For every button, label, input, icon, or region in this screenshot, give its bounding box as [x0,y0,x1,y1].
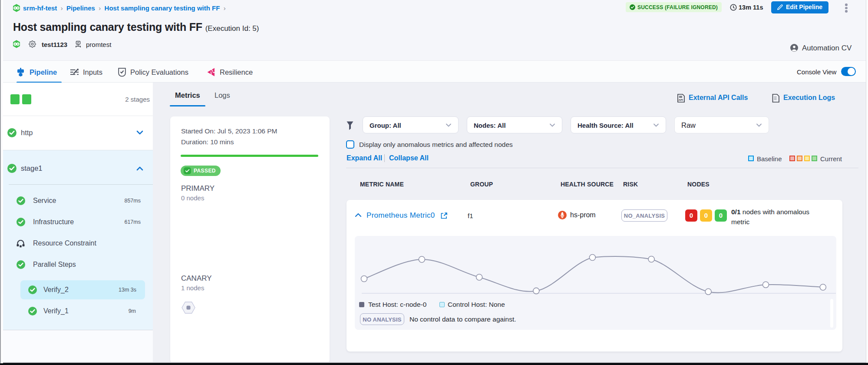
svg-text:API: API [679,98,683,101]
